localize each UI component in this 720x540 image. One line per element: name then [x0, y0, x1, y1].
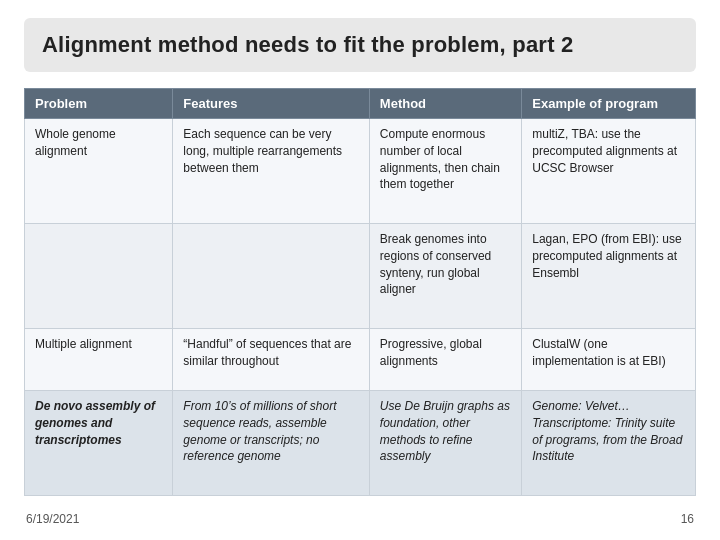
table-row: Break genomes into regions of conserved …: [25, 223, 696, 328]
cell-example: Genome: Velvet…Transcriptome: Trinity su…: [522, 391, 696, 496]
col-header-example: Example of program: [522, 89, 696, 119]
col-header-problem: Problem: [25, 89, 173, 119]
cell-problem: De novo assembly of genomes and transcri…: [25, 391, 173, 496]
cell-method: Use De Bruijn graphs as foundation, othe…: [369, 391, 521, 496]
cell-example: Lagan, EPO (from EBI): use precomputed a…: [522, 223, 696, 328]
cell-features: From 10’s of millions of short sequence …: [173, 391, 369, 496]
footer-page: 16: [681, 512, 694, 526]
col-header-features: Features: [173, 89, 369, 119]
cell-method: Progressive, global alignments: [369, 328, 521, 390]
cell-problem: [25, 223, 173, 328]
col-header-method: Method: [369, 89, 521, 119]
cell-example: ClustalW (one implementation is at EBI): [522, 328, 696, 390]
table-row: Multiple alignment“Handful” of sequences…: [25, 328, 696, 390]
cell-method: Compute enormous number of local alignme…: [369, 119, 521, 224]
cell-problem: Whole genome alignment: [25, 119, 173, 224]
title-box: Alignment method needs to fit the proble…: [24, 18, 696, 72]
cell-features: “Handful” of sequences that are similar …: [173, 328, 369, 390]
table-row: De novo assembly of genomes and transcri…: [25, 391, 696, 496]
slide: Alignment method needs to fit the proble…: [0, 0, 720, 540]
cell-features: [173, 223, 369, 328]
main-table: Problem Features Method Example of progr…: [24, 88, 696, 496]
cell-features: Each sequence can be very long, multiple…: [173, 119, 369, 224]
cell-method: Break genomes into regions of conserved …: [369, 223, 521, 328]
footer-date: 6/19/2021: [26, 512, 79, 526]
slide-title: Alignment method needs to fit the proble…: [42, 32, 573, 57]
cell-problem: Multiple alignment: [25, 328, 173, 390]
table-header-row: Problem Features Method Example of progr…: [25, 89, 696, 119]
table-row: Whole genome alignmentEach sequence can …: [25, 119, 696, 224]
cell-example: multiZ, TBA: use the precomputed alignme…: [522, 119, 696, 224]
footer: 6/19/2021 16: [24, 512, 696, 526]
